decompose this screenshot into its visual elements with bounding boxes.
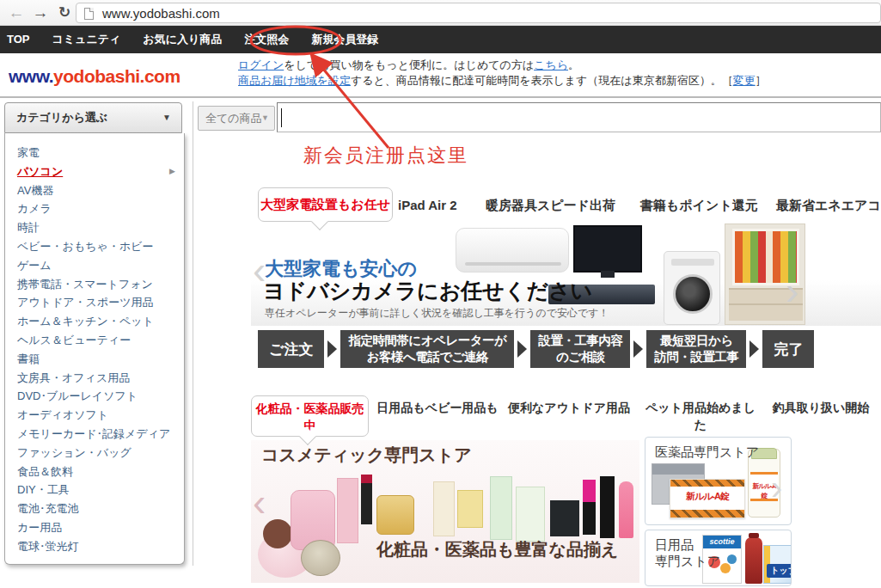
tab-large-appliance-install[interactable]: 大型家電設置もお任せ (258, 187, 393, 222)
site-header: www.yodobashi.com ログインをしてお買い物をもっと便利に。はじめ… (0, 53, 881, 96)
carousel-left-icon[interactable]: ‹ (253, 485, 266, 519)
detergent-box-image: トップ (763, 545, 792, 584)
category-item-lightbulb[interactable]: 電球･蛍光灯 (5, 537, 184, 556)
step-arrow-icon (327, 340, 337, 358)
category-item-outdoor[interactable]: アウトドア・スポーツ用品 (5, 293, 184, 312)
category-item-pasokon[interactable]: パソコン▶ (5, 162, 184, 181)
category-item-game[interactable]: ゲーム (5, 256, 184, 275)
carousel-right-icon[interactable]: › (786, 273, 798, 308)
category-item-stationery[interactable]: 文房具・オフィス用品 (5, 369, 184, 388)
search-scope-label: 全ての商品 (205, 112, 262, 125)
category-dropdown-button[interactable]: カテゴリから選ぶ ▼ (4, 102, 182, 133)
daily-goods-store-panel[interactable]: scottie トップ 日用品専門ストア (645, 530, 792, 586)
cosmetic-product-image (600, 476, 615, 538)
appliance-promo-banner[interactable]: ‹ 大型家電も安心の ヨドバシカメラにお任せください 専任オペレーターが事前に詳… (251, 224, 881, 326)
step-arrow-icon (517, 340, 527, 358)
step-complete: 完了 (762, 330, 814, 368)
nav-item-order-status[interactable]: 注文照会 (233, 26, 300, 53)
cosmetic-product-image (263, 519, 292, 548)
tab-cosmetics-medicine[interactable]: 化粧品・医薬品販売中 (251, 395, 369, 437)
category-item-dvd[interactable]: DVD･ブルーレイソフト (5, 387, 184, 406)
tab-outdoor-goods[interactable]: 便利なアウトドア用品 (508, 399, 630, 416)
header-line2-text: すると、商品情報に配達可能時間を表示します（現在は東京都新宿区）。［ (351, 74, 733, 87)
washing-machine-image (664, 251, 720, 325)
header-line1-text: をしてお買い物をもっと便利に。はじめての方は (284, 58, 534, 71)
forward-icon[interactable]: → (29, 2, 52, 24)
shampoo-bottle-image (745, 537, 762, 584)
tab-books-points[interactable]: 書籍もポイント還元 (640, 198, 758, 214)
header-line-2: 商品お届け地域を設定すると、商品情報に配達可能時間を表示します（現在は東京都新宿… (238, 73, 767, 89)
cosmetic-product-image (550, 500, 579, 536)
login-link[interactable]: ログイン (238, 58, 284, 71)
category-item-diy[interactable]: DIY・工具 (5, 481, 184, 499)
category-item-car[interactable]: カー用品 (5, 518, 184, 537)
air-conditioner-image (456, 228, 569, 273)
page-icon (84, 8, 94, 20)
nav-item-community[interactable]: コミュニティ (41, 26, 132, 53)
tab-heater-fast-shipping[interactable]: 暖房器具スピード出荷 (486, 198, 615, 214)
category-dropdown-label: カテゴリから選ぶ (16, 111, 107, 124)
banner2-headline: コスメティック専門ストア (261, 444, 472, 467)
category-item-kaden[interactable]: 家電 (5, 144, 184, 162)
tab-pet-goods[interactable]: ペット用品始めました (639, 399, 762, 433)
category-item-health-beauty[interactable]: ヘルス＆ビューティー (5, 331, 184, 350)
category-item-tokei[interactable]: 時計 (5, 218, 184, 237)
category-item-av[interactable]: AV機器 (5, 181, 184, 200)
category-item-baby[interactable]: ベビー・おもちゃ・ホビー (5, 237, 184, 256)
banner2-caption: 化粧品・医薬品も豊富な品揃え (376, 538, 618, 561)
category-item-home-kitchen[interactable]: ホーム＆キッチン・ペット (5, 312, 184, 331)
category-dropdown-panel: 家電 パソコン▶ AV機器 カメラ 時計 ベビー・おもちゃ・ホビー ゲーム 携帯… (4, 133, 185, 565)
header-info-text: ログインをしてお買い物をもっと便利に。はじめての方はこちら。 商品お届け地域を設… (238, 58, 767, 89)
cosmetic-product-image (337, 478, 358, 543)
category-item-battery[interactable]: 電池･充電池 (5, 499, 184, 518)
step-operator-call: 指定時間帯にオペレーターがお客様へ電話でご連絡 (340, 330, 514, 368)
browser-toolbar: ← → ↻ www.yodobashi.com (0, 0, 881, 26)
chevron-down-icon: ▼ (261, 107, 269, 130)
category-item-food[interactable]: 食品＆飲料 (5, 462, 184, 481)
category-item-books[interactable]: 書籍 (5, 350, 184, 369)
banner1-subtitle: 専任オペレーターが事前に詳しく状況を確認し工事を行うので安心です！ (265, 306, 609, 321)
url-text[interactable]: www.yodobashi.com (102, 6, 220, 21)
nav-item-top[interactable]: TOP (7, 26, 41, 53)
medicine-store-panel[interactable]: 新ルル-A錠 新ルル-A錠 医薬品専門ストア › (645, 437, 792, 525)
cosmetic-product-image (516, 487, 545, 542)
nav-item-new-member-registration[interactable]: 新規会員登録 (300, 26, 389, 53)
nav-item-favorites[interactable]: お気に入り商品 (132, 26, 233, 53)
search-input[interactable] (277, 102, 881, 132)
tab-daily-baby-goods[interactable]: 日用品もベビー用品も (376, 399, 499, 416)
step-order: ご注文 (258, 330, 324, 368)
medicine-box-image: 新ルル-A錠 (670, 479, 745, 518)
logo-domain: yodobashi.com (53, 66, 180, 86)
header-line-1: ログインをしてお買い物をもっと便利に。はじめての方はこちら。 (238, 58, 767, 73)
search-scope-select[interactable]: 全ての商品 ▼ (198, 106, 275, 131)
tab-fishing-gear[interactable]: 釣具取り扱い開始 (768, 399, 874, 416)
carousel-right-icon[interactable]: › (771, 472, 782, 503)
step-visit-install: 最短翌日から訪問・設置工事 (646, 330, 746, 368)
yodobashi-logo[interactable]: www.yodobashi.com (9, 66, 180, 87)
change-link[interactable]: 変更 (733, 74, 756, 87)
category-item-audio-soft[interactable]: オーディオソフト (5, 406, 184, 425)
address-bar[interactable]: www.yodobashi.com (76, 3, 881, 23)
first-time-here-link[interactable]: こちら (534, 58, 568, 71)
install-flow-steps: ご注文 指定時間帯にオペレーターがお客様へ電話でご連絡 設置・工事内容のご相談 … (258, 329, 825, 369)
column-divider (193, 101, 193, 566)
text-caret (281, 108, 282, 127)
category-item-fashion[interactable]: ファッション・バッグ (5, 444, 184, 462)
category-item-camera[interactable]: カメラ (5, 199, 184, 218)
category-item-mobile[interactable]: 携帯電話・スマートフォン (5, 275, 184, 294)
delivery-area-link[interactable]: 商品お届け地域を設定 (238, 74, 351, 87)
cosmetics-promo-banner[interactable]: ‹ コスメティック専門ストア 化粧品・医薬品も豊富な品揃え (251, 440, 639, 583)
tab-energy-saving-aircon[interactable]: 最新省エネエアコン (776, 198, 881, 214)
cosmetic-product-image (457, 490, 483, 528)
cosmetic-product-image (490, 476, 512, 540)
detergent-label: トップ (767, 564, 792, 578)
header-divider (0, 96, 881, 98)
tab-ipad-air-2[interactable]: iPad Air 2 (398, 198, 457, 212)
cosmetic-product-image (433, 481, 455, 536)
banner1-title-black: ヨドバシカメラにお任せください (263, 277, 592, 305)
daily-goods-store-title: 日用品専門ストア (655, 536, 720, 569)
back-icon[interactable]: ← (5, 2, 28, 24)
category-item-memory-card[interactable]: メモリーカード･記録メディア (5, 425, 184, 444)
reload-icon[interactable]: ↻ (53, 2, 76, 24)
page: ← → ↻ www.yodobashi.com TOP コミュニティ お気に入り… (0, 0, 881, 588)
